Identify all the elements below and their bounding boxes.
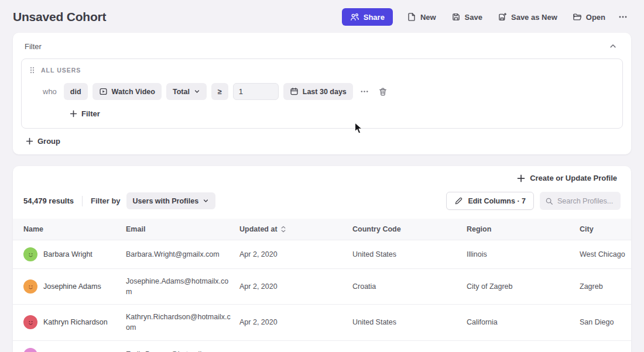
results-bar: 54,479 results Filter by Users with Prof… xyxy=(13,188,631,219)
criteria-row: who did Watch Video Total ≥ xyxy=(43,83,615,100)
new-label: New xyxy=(420,13,436,22)
share-label: Share xyxy=(364,13,385,22)
profile-region: Illinois xyxy=(467,240,580,269)
profile-region: City of Zagreb xyxy=(467,269,580,305)
profiles-filter-dropdown[interactable]: Users with Profiles xyxy=(126,192,216,209)
profile-email: Emily.Duncan@hotmailx.com xyxy=(126,340,239,352)
add-filter-label: Filter xyxy=(81,109,100,118)
add-group-button[interactable]: Group xyxy=(26,137,60,146)
save-button[interactable]: Save xyxy=(446,8,488,26)
profile-updated-at: Apr 2, 2020 xyxy=(239,240,352,269)
search-profiles-input[interactable] xyxy=(557,197,615,205)
did-selector[interactable]: did xyxy=(64,83,88,100)
profile-region: California xyxy=(467,305,580,340)
event-label: Watch Video xyxy=(112,88,155,96)
date-range-selector[interactable]: Last 30 days xyxy=(283,83,353,100)
criteria-more-button[interactable] xyxy=(358,85,371,98)
did-label: did xyxy=(70,88,81,96)
profile-country: United States xyxy=(352,340,467,352)
event-selector[interactable]: Watch Video xyxy=(93,83,162,100)
operator-selector[interactable]: ≥ xyxy=(211,83,228,100)
chevron-down-icon xyxy=(194,88,200,95)
who-label: who xyxy=(43,87,57,96)
face-icon xyxy=(26,250,36,260)
table-row[interactable]: Kathryn Richardson Kathryn.Richardson@ho… xyxy=(13,305,631,340)
aggregation-selector[interactable]: Total xyxy=(166,83,207,100)
open-folder-icon xyxy=(573,12,582,22)
table-header-row: Name Email Updated at Country Code Regio… xyxy=(13,219,631,240)
column-header-name[interactable]: Name xyxy=(13,219,126,240)
share-button[interactable]: Share xyxy=(342,8,393,26)
threshold-value-input[interactable] xyxy=(233,83,279,100)
save-as-new-icon xyxy=(498,12,507,22)
ellipsis-icon xyxy=(618,12,628,22)
chevron-up-icon xyxy=(609,42,617,50)
more-options-button[interactable] xyxy=(615,8,631,26)
profile-country: United States xyxy=(352,305,467,340)
group-name-label: ALL USERS xyxy=(41,67,81,74)
cohort-group: ALL USERS who did Watch Video Total ≥ xyxy=(21,58,623,129)
date-range-label: Last 30 days xyxy=(303,88,347,96)
results-panel: Create or Update Profile 54,479 results … xyxy=(13,166,631,352)
filter-by-label: Filter by xyxy=(91,196,121,205)
delete-criteria-button[interactable] xyxy=(376,85,390,99)
profile-country: Croatia xyxy=(352,269,467,305)
top-bar: Unsaved Cohort Share New Save Save as Ne… xyxy=(0,0,644,33)
profile-name: Barbara Wright xyxy=(43,250,93,258)
save-as-new-button[interactable]: Save as New xyxy=(492,8,563,26)
column-header-region[interactable]: Region xyxy=(467,219,580,240)
new-button[interactable]: New xyxy=(401,8,442,26)
profile-city: San Diego xyxy=(580,305,631,340)
profile-email: Kathryn.Richardson@hotmailx.com xyxy=(126,305,239,340)
profiles-table: Name Email Updated at Country Code Regio… xyxy=(13,219,631,352)
profile-updated-at: Apr 2, 2020 xyxy=(239,269,352,305)
filter-panel-title: Filter xyxy=(25,42,42,51)
search-icon xyxy=(545,197,553,205)
aggregation-label: Total xyxy=(173,88,190,96)
ellipsis-icon xyxy=(360,87,369,96)
profile-email: Josephine.Adams@hotmailx.com xyxy=(126,269,239,305)
save-icon xyxy=(451,12,461,22)
trash-icon xyxy=(378,87,388,96)
create-profile-button[interactable]: Create or Update Profile xyxy=(517,174,617,182)
collapse-filter-button[interactable] xyxy=(607,40,619,53)
add-group-label: Group xyxy=(37,137,60,146)
search-profiles-box xyxy=(540,192,621,210)
avatar xyxy=(23,247,37,261)
edit-columns-label: Edit Columns · 7 xyxy=(468,197,526,205)
profile-city: West Chicago xyxy=(580,240,631,269)
plus-icon xyxy=(26,137,33,145)
add-filter-button[interactable]: Filter xyxy=(70,109,100,118)
results-count: 54,479 results xyxy=(23,196,74,205)
cohort-group-header: ALL USERS xyxy=(29,66,615,74)
profiles-filter-value: Users with Profiles xyxy=(133,197,199,205)
save-label: Save xyxy=(465,13,482,22)
sort-icon xyxy=(280,226,286,233)
column-header-updated-at[interactable]: Updated at xyxy=(239,219,352,240)
profile-email: Barbara.Wright@gmailx.com xyxy=(126,240,239,269)
share-people-icon xyxy=(350,12,359,22)
table-row[interactable]: Barbara Wright Barbara.Wright@gmailx.com… xyxy=(13,240,631,269)
divider xyxy=(82,196,83,206)
column-header-email[interactable]: Email xyxy=(126,219,239,240)
operator-label: ≥ xyxy=(218,88,222,96)
profile-updated-at: Apr 2, 2020 xyxy=(239,340,352,352)
column-header-city[interactable]: City xyxy=(580,219,631,240)
profile-region: – xyxy=(467,340,580,352)
profile-updated-at: Apr 2, 2020 xyxy=(239,305,352,340)
profile-city: – xyxy=(580,340,631,352)
edit-columns-button[interactable]: Edit Columns · 7 xyxy=(446,192,534,210)
filter-panel: Filter ALL USERS who did Watch Video xyxy=(13,33,631,154)
drag-handle-icon[interactable] xyxy=(29,66,36,74)
filter-panel-header: Filter xyxy=(21,33,623,58)
column-header-country-code[interactable]: Country Code xyxy=(352,219,467,240)
face-icon xyxy=(26,318,36,327)
calendar-icon xyxy=(290,87,299,96)
face-icon xyxy=(26,282,36,292)
open-label: Open xyxy=(586,13,605,22)
plus-icon xyxy=(517,174,525,182)
open-button[interactable]: Open xyxy=(567,8,611,26)
table-row[interactable]: Josephine Adams Josephine.Adams@hotmailx… xyxy=(13,269,631,305)
table-row[interactable]: Emily Duncan Emily.Duncan@hotmailx.com A… xyxy=(13,340,631,352)
pencil-icon xyxy=(454,196,463,205)
